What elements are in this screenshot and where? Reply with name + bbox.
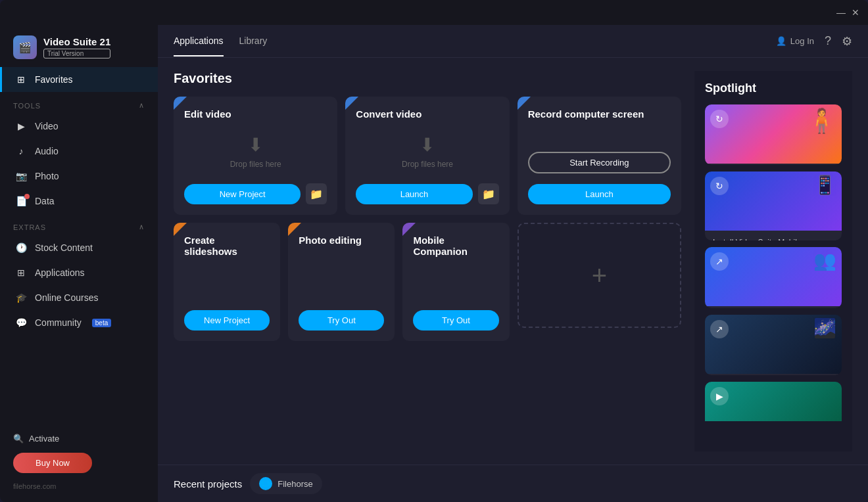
launch-button-2[interactable]: Launch	[528, 184, 671, 204]
app-title: Video Suite 21	[43, 36, 110, 47]
photo-icon: 📷	[15, 170, 27, 182]
card-slideshows-title: Create slideshows	[184, 235, 270, 257]
sidebar: 🎬 Video Suite 21 Trial Version ⊞ Favorit…	[0, 25, 158, 502]
spotlight-text-2: Install Video Suite Mobile Companion	[713, 237, 834, 240]
favorites-content: Favorites Edit video ⬇ Drop files here	[158, 58, 868, 465]
spotlight-card-effects[interactable]: ↻ 🧍 Get All Movavi Effects at Once!	[705, 104, 842, 165]
activate-button[interactable]: 🔍 Activate	[13, 430, 145, 447]
community-icon: 💬	[15, 317, 27, 329]
minimize-button[interactable]: —	[836, 8, 846, 17]
card-slideshows-spacer	[184, 262, 270, 305]
audio-icon: ♪	[15, 145, 27, 157]
sidebar-item-video[interactable]: ▶ Video	[0, 114, 158, 139]
title-bar: — ✕	[0, 0, 868, 25]
sidebar-item-stock[interactable]: 🕐 Stock Content	[0, 235, 158, 260]
spotlight-icon-5: ▶	[710, 387, 729, 405]
tab-applications[interactable]: Applications	[174, 26, 224, 57]
spotlight-sidebar: Spotlight ↻ 🧍 Get All Movavi Effects at …	[694, 71, 852, 451]
card-corner-purple-1	[402, 223, 416, 236]
spotlight-content-3: Help Us Make Video Suite Better	[705, 306, 842, 308]
card-edit-video-actions: New Project 📁	[184, 183, 327, 204]
card-photo-editing-spacer	[299, 251, 384, 305]
card-photo-editing[interactable]: Photo editing Try Out	[288, 223, 395, 341]
filehorse-badge-text: Filehorse	[277, 479, 312, 489]
courses-icon: 🎓	[15, 292, 27, 304]
sidebar-item-favorites[interactable]: ⊞ Favorites	[0, 67, 158, 92]
user-icon: 👤	[776, 36, 786, 46]
login-button[interactable]: 👤 Log In	[776, 36, 814, 46]
sidebar-item-courses[interactable]: 🎓 Online Courses	[0, 285, 158, 310]
spotlight-card-unlimited[interactable]: ↗ 🌌 Upgrade to Movavi Unlimited	[705, 315, 842, 375]
spotlight-content-4: Upgrade to Movavi Unlimited	[705, 374, 842, 375]
card-convert-video-title: Convert video	[356, 108, 498, 120]
spotlight-icon-3: ↗	[710, 252, 729, 271]
card-corner-blue-2	[345, 97, 358, 110]
spotlight-card-extra[interactable]: ▶	[705, 382, 842, 441]
main-layout: 🎬 Video Suite 21 Trial Version ⊞ Favorit…	[0, 25, 868, 502]
sidebar-item-audio[interactable]: ♪ Audio	[0, 139, 158, 164]
try-out-button-2[interactable]: Try Out	[413, 310, 498, 331]
spotlight-icon-1: ↻	[710, 110, 729, 128]
extras-section-label: EXTRAS ∧	[0, 214, 158, 235]
header-right-controls: 👤 Log In ? ⚙	[776, 34, 852, 49]
extras-collapse-icon[interactable]: ∧	[139, 223, 145, 231]
grid-icon: ⊞	[15, 74, 27, 85]
spotlight-figure-3: 👥	[813, 250, 836, 271]
folder-icon-1[interactable]: 📁	[306, 183, 327, 204]
title-bar-controls: — ✕	[836, 8, 860, 17]
close-button[interactable]: ✕	[851, 8, 860, 17]
applications-icon: ⊞	[15, 267, 27, 279]
spotlight-card-mobile[interactable]: ↻ 📱 Install Video Suite Mobile Companion	[705, 171, 842, 240]
folder-icon-2[interactable]: 📁	[478, 183, 499, 204]
add-tile[interactable]: +	[518, 223, 681, 328]
recent-projects-label: Recent projects	[174, 478, 242, 490]
card-convert-video[interactable]: Convert video ⬇ Drop files here Launch 📁	[345, 97, 509, 215]
help-button[interactable]: ?	[825, 34, 831, 48]
add-icon: +	[592, 261, 607, 290]
spotlight-figure-4: 🌌	[813, 317, 836, 339]
launch-button-1[interactable]: Launch	[356, 184, 472, 204]
sidebar-item-community[interactable]: 💬 Community beta	[0, 310, 158, 335]
filehorse-badge[interactable]: 🌐 Filehorse	[250, 473, 322, 494]
try-out-button-1[interactable]: Try Out	[299, 310, 384, 331]
filehorse-watermark: filehorse.com	[13, 478, 145, 494]
recent-projects-bar: Recent projects 🌐 Filehorse	[158, 465, 868, 502]
spotlight-bg-4: ↗ 🌌	[705, 315, 842, 374]
sidebar-item-photo[interactable]: 📷 Photo	[0, 164, 158, 189]
new-project-button-2[interactable]: New Project	[184, 310, 270, 331]
card-create-slideshows[interactable]: Create slideshows New Project	[174, 223, 280, 341]
spotlight-bg-3: ↗ 👥	[705, 247, 842, 306]
card-mobile-companion[interactable]: Mobile Companion Try Out	[402, 223, 509, 341]
card-edit-video[interactable]: Edit video ⬇ Drop files here New Project…	[174, 97, 337, 215]
card-slideshows-actions: New Project	[184, 310, 270, 331]
spotlight-figure-2: 📱	[813, 174, 836, 196]
activate-icon: 🔍	[13, 434, 24, 444]
spotlight-bg-1: ↻ 🧍	[705, 104, 842, 164]
video-icon: ▶	[15, 120, 27, 132]
spotlight-card-better[interactable]: ↗ 👥 Help Us Make Video Suite Better	[705, 247, 842, 308]
card-mobile-companion-title: Mobile Companion	[413, 235, 498, 257]
card-edit-video-drop: ⬇ Drop files here	[184, 125, 327, 178]
tab-library[interactable]: Library	[239, 26, 268, 57]
filehorse-badge-icon: 🌐	[259, 477, 272, 490]
drop-icon-2: ⬇	[420, 134, 435, 156]
app-logo: 🎬	[13, 35, 37, 59]
favorites-title: Favorites	[174, 71, 681, 86]
card-mobile-actions: Try Out	[413, 310, 498, 331]
tools-collapse-icon[interactable]: ∧	[139, 101, 145, 110]
tools-section-label: TOOLS ∧	[0, 92, 158, 114]
card-corner-blue-3	[518, 97, 531, 110]
settings-button[interactable]: ⚙	[842, 34, 852, 49]
app-window: — ✕ 🎬 Video Suite 21 Trial Version ⊞	[0, 0, 868, 502]
card-record-screen[interactable]: Record computer screen Start Recording L…	[518, 97, 681, 215]
drop-icon-1: ⬇	[248, 134, 263, 156]
community-beta-badge: beta	[92, 319, 111, 327]
card-convert-video-actions: Launch 📁	[356, 183, 498, 204]
sidebar-item-data[interactable]: 📄 Data	[0, 189, 158, 214]
spotlight-content-1: Get All Movavi Effects at Once!	[705, 164, 842, 165]
new-project-button-1[interactable]: New Project	[184, 184, 301, 204]
card-corner-orange-1	[174, 223, 187, 236]
buy-now-button[interactable]: Buy Now	[13, 453, 92, 473]
sidebar-item-applications[interactable]: ⊞ Applications	[0, 260, 158, 285]
start-recording-button[interactable]: Start Recording	[528, 152, 671, 173]
